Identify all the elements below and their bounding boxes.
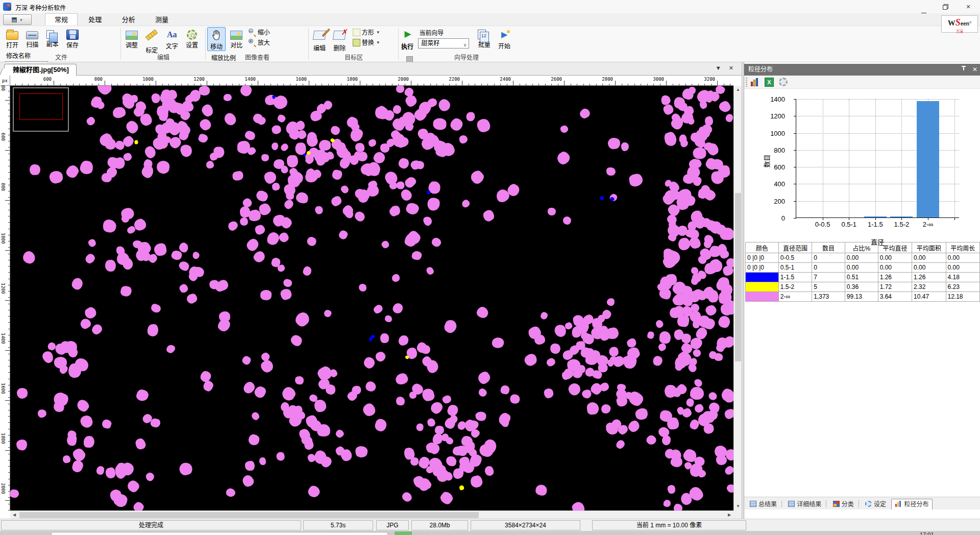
- zoom-out-button[interactable]: −缩小: [249, 28, 270, 37]
- scroll-up-icon[interactable]: ▲: [734, 86, 742, 94]
- seed-blob: [555, 150, 572, 166]
- panel-close-icon[interactable]: ✕: [972, 66, 977, 73]
- ribbon-toolbar: 打开 扫描 副本 保存 修改名称 文件 调整 标定 Aa文字 设置 编辑 移动 …: [0, 26, 980, 62]
- tab-particle-distribution[interactable]: 粒径分布: [891, 499, 933, 509]
- seed-blob: [239, 216, 250, 227]
- navigator-thumbnail[interactable]: [13, 87, 69, 132]
- seed-blob: [384, 315, 393, 323]
- document-tab[interactable]: 辣椒籽图.jpg[50%]: [4, 64, 77, 76]
- zoom-in-button[interactable]: +放大: [249, 38, 270, 47]
- horizontal-scrollbar-thumb[interactable]: [19, 512, 479, 518]
- text-aa-icon: Aa: [166, 29, 178, 41]
- seed-blob: [84, 252, 96, 265]
- seed-blob: [578, 107, 592, 120]
- taskbar-app-icon[interactable]: [395, 531, 412, 535]
- close-button[interactable]: ×: [957, 0, 980, 13]
- copy-button[interactable]: 副本: [43, 27, 62, 48]
- vertical-scrollbar[interactable]: ▲ ▼: [733, 86, 742, 510]
- move-button[interactable]: 移动: [207, 27, 226, 51]
- seed-blob: [368, 138, 377, 147]
- tab-detailed-results[interactable]: 详细结果: [785, 499, 825, 510]
- chart-x-tick-label: 0-0.5: [815, 221, 830, 228]
- seed-blob: [71, 447, 87, 463]
- seed-blob: [425, 266, 435, 276]
- status-message: 处理完成: [1, 520, 301, 530]
- seed-blob: [293, 310, 312, 329]
- seed-blob: [144, 471, 156, 482]
- seed-blob: [438, 490, 455, 506]
- tab-measure[interactable]: 测量: [146, 14, 178, 26]
- seed-blob: [403, 175, 418, 189]
- seed-blob: [101, 218, 118, 234]
- chevron-down-icon: ▼: [19, 18, 23, 22]
- tab-process[interactable]: 处理: [79, 14, 111, 26]
- target-edit-button[interactable]: 编辑: [310, 27, 329, 52]
- table-row[interactable]: 1.5-250.361.722.326.23: [746, 282, 980, 292]
- seed-blob: [37, 408, 47, 418]
- tab-close-icon[interactable]: ✕: [729, 65, 733, 71]
- table-row[interactable]: 0 |0 |00.5-100.000.000.000.00: [746, 263, 980, 273]
- adjust-button[interactable]: 调整: [122, 27, 141, 49]
- tab-classification[interactable]: 分类: [829, 499, 857, 510]
- scroll-right-icon[interactable]: ▶: [725, 511, 733, 519]
- scan-button[interactable]: 扫描: [23, 27, 41, 48]
- replace-button[interactable]: 替换▼: [353, 38, 380, 47]
- chart-y-tick-label: 200: [757, 198, 788, 205]
- seed-blob: [206, 160, 214, 169]
- restore-button[interactable]: [933, 0, 957, 13]
- gear-icon: [865, 501, 872, 507]
- seed-blob: [621, 142, 629, 152]
- open-button[interactable]: 打开: [3, 27, 21, 49]
- navigator-view-rect[interactable]: [19, 93, 63, 120]
- pin-icon[interactable]: [961, 65, 966, 71]
- square-select-button[interactable]: 方形▼: [353, 28, 380, 37]
- image-canvas[interactable]: [10, 86, 733, 510]
- seed-blob: [126, 478, 141, 494]
- seed-blob: [374, 350, 387, 363]
- horizontal-scrollbar[interactable]: ◀ ▶: [10, 510, 733, 519]
- tab-list-dropdown-icon[interactable]: ▼: [716, 65, 721, 71]
- chevron-down-icon: ▼: [376, 28, 380, 37]
- scroll-left-icon[interactable]: ◀: [10, 511, 18, 519]
- tab-general[interactable]: 常规: [45, 13, 78, 26]
- table-row[interactable]: 1-1.570.511.261.264.18: [746, 273, 980, 282]
- vertical-scrollbar-thumb[interactable]: [735, 193, 741, 361]
- group-file: 打开 扫描 副本 保存 修改名称 文件: [3, 26, 119, 62]
- seed-blob: [29, 164, 40, 175]
- v-ruler-label: 1600: [1, 383, 6, 399]
- seed-blob: [338, 229, 349, 240]
- seed-blob: [510, 394, 520, 404]
- minimize-button[interactable]: [910, 0, 933, 13]
- compare-button[interactable]: 对比: [227, 27, 246, 49]
- seed-blob: [252, 250, 266, 264]
- batch-button[interactable]: 批量: [475, 27, 494, 48]
- table-row[interactable]: 0 |0 |00-0.500.000.000.000.00: [746, 253, 980, 263]
- v-ruler-label: 1000: [1, 233, 6, 249]
- execute-button[interactable]: 执行: [401, 42, 413, 51]
- current-wizard-select[interactable]: 甜菜籽∨: [418, 38, 469, 48]
- tab-total-results[interactable]: 总结果: [746, 499, 780, 510]
- text-button[interactable]: Aa文字: [163, 27, 181, 50]
- taskbar-search-box[interactable]: [51, 532, 388, 535]
- start-button[interactable]: ▶开始: [495, 27, 513, 50]
- seed-blob: [394, 372, 410, 386]
- seed-blob: [75, 398, 91, 414]
- save-button[interactable]: 保存: [63, 27, 82, 49]
- table-row[interactable]: 2-∞1,37399.133.6410.4712.18: [746, 292, 980, 302]
- calibrate-button[interactable]: 标定: [142, 27, 161, 54]
- image-workspace: px 6008001000120014001600180020002200240…: [0, 76, 742, 519]
- tab-analysis[interactable]: 分析: [113, 14, 144, 26]
- chart-settings-gear-icon[interactable]: [779, 78, 788, 86]
- tab-settings[interactable]: 设定: [862, 499, 890, 510]
- settings-button[interactable]: 设置: [183, 27, 201, 49]
- seed-blob: [361, 401, 378, 418]
- seed-blob: [433, 118, 447, 130]
- export-excel-icon[interactable]: [765, 78, 774, 87]
- seed-blob: [364, 380, 377, 393]
- chart-type-icon[interactable]: [750, 78, 760, 87]
- target-delete-button[interactable]: ✗删除: [330, 27, 349, 52]
- scroll-down-icon[interactable]: ▼: [734, 502, 742, 510]
- table-header-cell: 颜色: [746, 242, 779, 253]
- h-ruler-label: 2600: [546, 77, 562, 82]
- app-menu-button[interactable]: ▼: [3, 14, 32, 25]
